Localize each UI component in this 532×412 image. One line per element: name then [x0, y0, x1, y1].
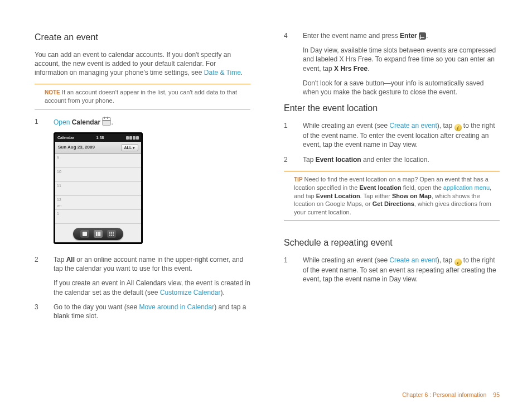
- step-number: 4: [284, 31, 297, 40]
- tip-box: TIP Need to find the event location on a…: [284, 171, 500, 221]
- view-switcher: [73, 228, 123, 240]
- step-1-text: Open Calendar .: [54, 117, 250, 127]
- intro-text: You can add an event to calendar account…: [35, 50, 250, 78]
- step-number: 1: [284, 121, 297, 150]
- rep-step-1: While creating an event (see Create an e…: [303, 256, 500, 284]
- step-number: 1: [35, 117, 48, 250]
- info-icon: i: [454, 124, 462, 131]
- svg-point-10: [109, 235, 110, 236]
- heading-enter-location: Enter the event location: [284, 102, 500, 114]
- all-calendars-button: ALL ▾: [121, 144, 138, 151]
- calendar-icon: [102, 117, 111, 126]
- step-number: 2: [284, 155, 297, 164]
- step-3-text: Go to the day you want (see Move around …: [54, 303, 250, 320]
- svg-rect-1: [96, 232, 97, 236]
- note-label: NOTE: [45, 89, 60, 95]
- step-number: 1: [284, 256, 297, 284]
- svg-point-4: [109, 232, 110, 233]
- svg-point-7: [109, 233, 110, 234]
- link-app-menu[interactable]: application menu: [443, 184, 490, 191]
- svg-rect-3: [99, 232, 100, 236]
- link-move-around[interactable]: Move around in Calendar: [139, 303, 214, 311]
- step-4-text: Enter the event name and press Enter .: [303, 31, 500, 40]
- tip-label: TIP: [294, 176, 303, 183]
- step-2-text-2: If you create an event in All Calendars …: [54, 279, 250, 296]
- step-4-text-2: In Day view, available time slots betwee…: [303, 46, 500, 73]
- link-create-event[interactable]: Create an event: [389, 122, 437, 130]
- link-create-event[interactable]: Create an event: [389, 256, 437, 264]
- svg-point-9: [113, 233, 114, 234]
- svg-rect-2: [98, 232, 99, 236]
- heading-create-event: Create an event: [35, 31, 250, 44]
- svg-point-11: [111, 235, 112, 236]
- info-icon: i: [454, 258, 462, 266]
- svg-point-12: [113, 235, 114, 236]
- note-box: NOTE If an account doesn't appear in the…: [35, 84, 250, 109]
- loc-step-1: While creating an event (see Create an e…: [303, 121, 500, 150]
- link-open[interactable]: Open: [54, 118, 70, 126]
- step-2-text: Tap All or an online account name in the…: [54, 255, 250, 273]
- page-footer: Chapter 6 : Personal information95: [402, 391, 500, 399]
- enter-key-icon: [419, 32, 426, 40]
- step-number: 2: [35, 255, 48, 297]
- svg-point-5: [111, 232, 112, 233]
- svg-rect-0: [83, 232, 87, 236]
- loc-step-2: Tap Event location and enter the locatio…: [303, 155, 500, 164]
- step-4-text-3: Don't look for a save button—your info i…: [303, 79, 500, 97]
- step-number: 3: [35, 303, 48, 320]
- link-date-time[interactable]: Date & Time: [204, 69, 241, 76]
- link-customize-calendar[interactable]: Customize Calendar: [160, 289, 221, 296]
- svg-point-8: [111, 233, 112, 234]
- phone-screenshot: Calendar 1:38 Sun Aug 23, 2009 ALL ▾ 9 1…: [54, 132, 143, 244]
- svg-point-6: [113, 232, 114, 233]
- heading-repeating-event: Schedule a repeating event: [284, 237, 500, 249]
